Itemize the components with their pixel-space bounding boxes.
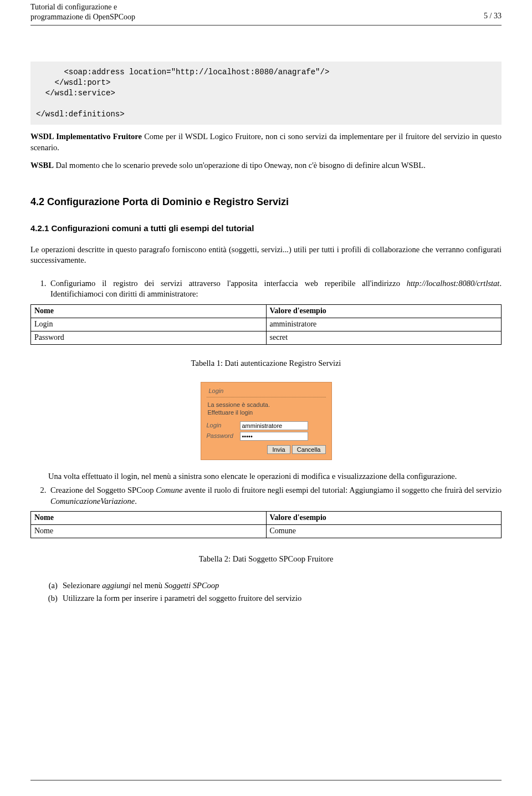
table-cell: Comune [266,525,502,538]
login-row-password: Password [207,432,326,441]
paragraph-wsdl-fruitore: WSDL Implementativo Fruitore Come per il… [30,131,502,153]
login-title: Login [207,386,326,397]
step2-text-b: avente il ruolo di fruitore negli esempi… [183,486,502,494]
list-item-2: Creazione del Soggetto SPCoop Comune ave… [48,485,502,507]
table-soggetto-data: Nome Valore d'esempio Nome Comune [30,511,502,538]
table-cell: amministratore [266,318,502,331]
page-number: 5 / 33 [484,11,502,22]
table-cell: secret [266,331,502,344]
table-row: Nome Valore d'esempio [31,304,502,318]
label-wsbl: WSBL [30,161,54,170]
sub-a-1: Selezionare [63,581,102,590]
doc-title-line1: Tutorial di configurazione e [30,3,117,11]
paragraph-after-login: Una volta effettuato il login, nel menù … [48,471,502,482]
login-msg-line2: Effettuare il login [208,409,253,416]
step2-text-a: Creazione del Soggetto SPCoop [50,486,156,494]
sub-a-i2: Soggetti SPCoop [165,581,219,590]
table-header-cell: Valore d'esempio [266,512,502,525]
sub-a-i1: aggiungi [102,581,131,590]
footer-rule [30,780,502,780]
paragraph-intro: Le operazioni descritte in questo paragr… [30,244,502,266]
login-input-password[interactable] [240,432,308,441]
login-label-password: Password [207,432,240,440]
table-header-cell: Nome [31,512,267,525]
section-4-2-1: 4.2.1 Configurazioni comuni a tutti gli … [30,223,502,234]
step2-text-c: . [135,497,137,506]
sub-item-a: Selezionare aggiungi nel menù Soggetti S… [62,580,502,591]
page-header: Tutorial di configurazione e programmazi… [30,0,502,25]
login-row-user: Login [207,421,326,430]
login-msg-line1: La sessione è scaduta. [208,401,270,408]
login-buttons: Invia Cancella [207,445,326,454]
table-cell: Nome [31,525,267,538]
table-header-cell: Nome [31,304,267,318]
login-input-user[interactable] [240,421,308,430]
doc-title-line2: programmazione di OpenSPCoop [30,13,135,21]
code-block-wsdl: <soap:address location="http://localhost… [30,62,502,125]
login-message: La sessione è scaduta. Effettuare il log… [207,401,326,421]
login-submit-button[interactable]: Invia [267,445,290,454]
table2-caption: Tabella 2: Dati Soggetto SPCoop Fruitore [30,554,502,565]
doc-title: Tutorial di configurazione e programmazi… [30,2,135,22]
table-row: Password secret [31,331,502,344]
label-wsdl-fruitore: WSDL Implementativo Fruitore [30,132,142,141]
table1-caption: Tabella 1: Dati autenticazione Registro … [30,358,502,369]
section-4-2: 4.2 Configurazione Porta di Dominio e Re… [30,195,502,208]
sub-a-2: nel menù [131,581,165,590]
table-row: Nome Comune [31,525,502,538]
login-label-user: Login [207,421,240,430]
sub-item-b: Utilizzare la form per inserire i parame… [62,593,502,604]
text-wsbl: Dal momento che lo scenario prevede solo… [54,161,426,170]
table-row: Nome Valore d'esempio [31,512,502,525]
list-item-1: Configuriamo il registro dei servizi att… [48,278,502,300]
step1-text-a: Configuriamo il registro dei servizi att… [50,279,407,288]
table-row: Login amministratore [31,318,502,331]
step2-italic2: ComunicazioneVariazione [50,497,135,506]
table-cell: Login [31,318,267,331]
table-cell: Password [31,331,267,344]
login-widget: Login La sessione è scaduta. Effettuare … [201,382,332,460]
table-header-cell: Valore d'esempio [266,304,502,318]
table-auth-data: Nome Valore d'esempio Login amministrato… [30,304,502,345]
step2-italic1: Comune [156,486,182,494]
login-cancel-button[interactable]: Cancella [292,445,326,454]
paragraph-wsbl: WSBL Dal momento che lo scenario prevede… [30,160,502,171]
step1-url: http://localhost:8080/crtlstat [407,279,500,288]
